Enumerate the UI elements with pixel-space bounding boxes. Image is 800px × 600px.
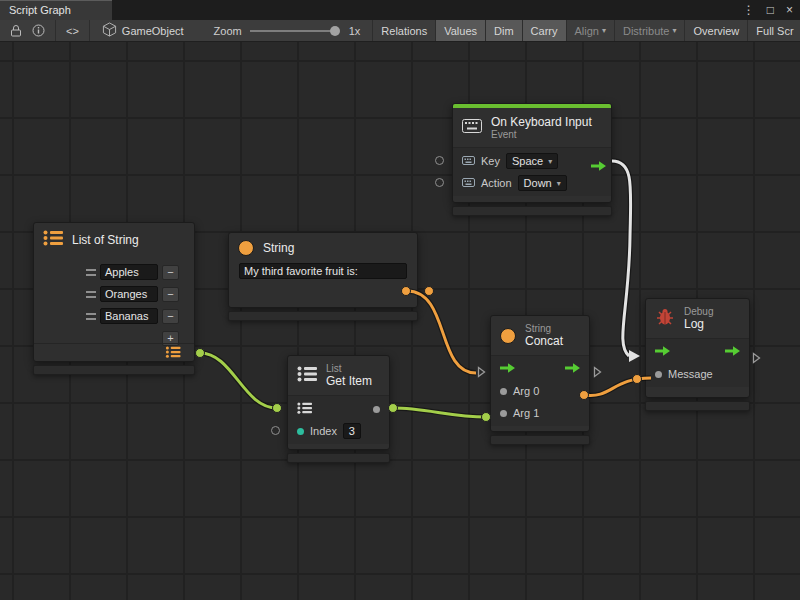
node-footer [452,206,612,216]
node-title: On Keyboard Input [491,115,592,129]
tab-script-graph[interactable]: Script Graph [0,0,112,20]
log-right-relation-arrow-icon [752,350,761,368]
message-input-row: Message [646,363,749,385]
graph-canvas[interactable]: On Keyboard Input Event Key Space▾ Actio… [0,42,800,600]
gameobject-breadcrumb[interactable]: GameObject [102,22,184,39]
key-dropdown-value: Space [512,155,543,167]
drag-handle-icon[interactable] [86,291,96,298]
flow-output-port[interactable] [725,346,740,358]
wire-endpoint [196,349,205,358]
list-output-port[interactable] [165,344,181,362]
key-port-label: Key [481,155,500,167]
fullscreen-button[interactable]: Full Scr [747,20,800,42]
node-header: Debug Log [646,299,749,338]
flow-output-port[interactable] [591,157,606,175]
relations-button[interactable]: Relations [372,20,435,42]
key-unconnected-port[interactable] [435,156,444,165]
flow-input-port[interactable] [655,346,670,358]
values-label: Values [444,25,477,37]
wire-list-to-getitem[interactable] [196,349,282,413]
flow-output-port[interactable] [565,363,580,375]
list-item-field[interactable]: Apples [100,264,158,280]
node-concat[interactable]: String Concat Arg 0 Arg 1 [490,315,590,432]
relations-label: Relations [381,25,427,37]
carry-button[interactable]: Carry [522,20,566,42]
dropdown-caret-icon: ▾ [672,26,676,35]
string-type-icon [238,240,254,256]
remove-item-button[interactable]: − [162,287,179,302]
node-header: List of String [34,223,194,257]
lock-icon[interactable] [10,24,22,37]
key-port-icon [462,155,475,167]
dim-button[interactable]: Dim [485,20,522,42]
list-output-row [34,343,194,361]
arg1-input-row: Arg 1 [491,402,589,424]
node-string-literal[interactable]: String My third favorite fruit is: [228,232,418,308]
list-item-field[interactable]: Oranges [100,286,158,302]
graph-toolbar: <> GameObject Zoom 1x Relations Values D… [0,20,800,42]
wire-concat-to-log-message[interactable] [580,375,652,400]
node-footer [490,435,590,445]
zoom-slider-knob[interactable] [330,26,340,36]
key-dropdown[interactable]: Space▾ [506,153,558,169]
drag-handle-icon[interactable] [86,269,96,276]
flow-row [646,341,749,363]
title-bar: Script Graph ⋮ □ × [0,0,800,20]
action-unconnected-port[interactable] [435,178,444,187]
message-input-port[interactable] [655,371,662,378]
node-body: Index 3 [288,395,389,444]
node-list-of-string[interactable]: List of String Apples − Oranges − Banana… [33,222,195,362]
action-dropdown[interactable]: Down▾ [518,175,567,191]
node-get-item[interactable]: List Get Item Index 3 [287,355,390,450]
window-maximize-icon[interactable]: □ [767,3,774,17]
list-items: Apples − Oranges − Bananas − + [34,257,194,349]
node-header: List Get Item [288,356,389,395]
wire-getitem-to-concat[interactable] [389,404,491,422]
remove-item-button[interactable]: − [162,309,179,324]
index-input-row: Index 3 [288,420,389,442]
zoom-value: 1x [349,25,361,37]
window-menu-icon[interactable]: ⋮ [743,3,755,17]
align-button[interactable]: Align▾ [566,20,614,42]
node-header: String Concat [491,316,589,355]
list-input-port[interactable] [297,402,312,416]
window-close-icon[interactable]: × [786,3,793,17]
list-icon [43,230,63,250]
item-output-port[interactable] [373,406,380,413]
string-value-field[interactable]: My third favorite fruit is: [239,263,407,279]
node-category: Debug [684,306,713,317]
string-output-port[interactable] [402,288,410,296]
index-unconnected-port[interactable] [271,426,280,435]
node-category: String [525,323,563,334]
arg1-label: Arg 1 [513,407,539,419]
code-icon[interactable]: <> [66,25,79,37]
flow-input-port[interactable] [500,363,515,375]
node-debug-log[interactable]: Debug Log Message [645,298,750,398]
string-value-row: My third favorite fruit is: [229,263,417,279]
arg1-input-port[interactable] [500,410,507,417]
wire-keyboard-to-log[interactable] [612,161,640,362]
wire-endpoint [633,375,642,384]
arg0-input-port[interactable] [500,388,507,395]
toolbar-buttons: Relations Values Dim Carry Align▾ Distri… [372,20,800,42]
index-input-port[interactable] [297,428,304,435]
node-on-keyboard-input[interactable]: On Keyboard Input Event Key Space▾ Actio… [452,103,612,203]
index-value-field[interactable]: 3 [343,423,361,439]
wire-arrowhead-icon [629,350,640,362]
node-body: Message [646,338,749,387]
drag-handle-icon[interactable] [86,313,96,320]
values-button[interactable]: Values [435,20,485,42]
arg0-label: Arg 0 [513,385,539,397]
remove-item-button[interactable]: − [162,265,179,280]
list-input-row [288,398,389,420]
node-body: Arg 0 Arg 1 [491,355,589,426]
info-icon[interactable] [32,24,45,37]
overview-button[interactable]: Overview [684,20,747,42]
list-item-field[interactable]: Bananas [100,308,158,324]
distribute-button[interactable]: Distribute▾ [614,20,684,42]
bug-icon [655,308,675,330]
zoom-label: Zoom [214,25,242,37]
keyboard-icon [462,119,482,137]
dropdown-caret-icon: ▾ [602,26,606,35]
zoom-slider[interactable] [250,20,342,42]
